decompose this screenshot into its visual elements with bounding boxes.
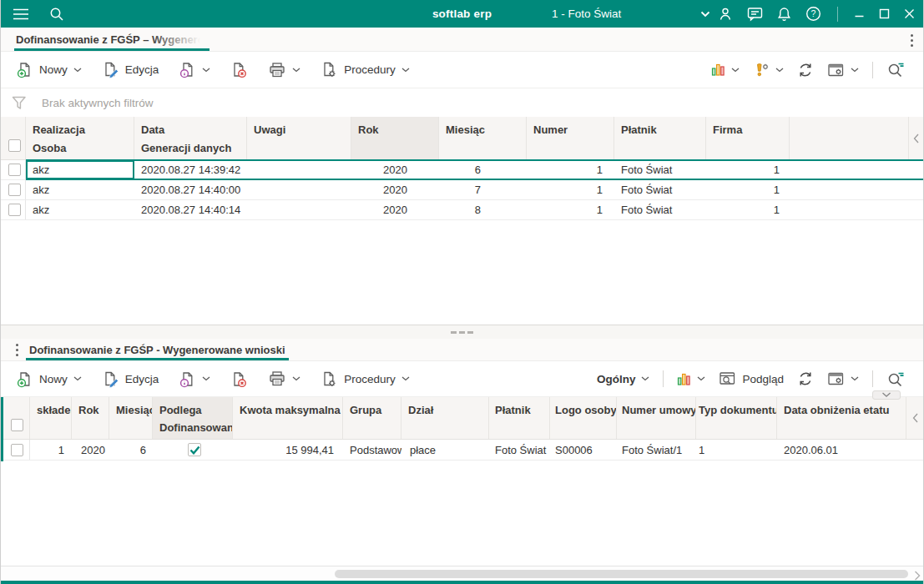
cell-uwagi[interactable] <box>247 200 351 219</box>
cell-uwagi[interactable] <box>247 180 351 199</box>
global-search-button[interactable] <box>48 5 66 23</box>
panel1-new-button[interactable]: Nowy <box>9 57 88 83</box>
panel1-overflow-menu-button[interactable] <box>906 31 918 49</box>
cell-logo-osoby[interactable]: S00006 <box>550 440 617 460</box>
panel1-refresh-button[interactable] <box>790 58 820 83</box>
panel1-delete-button[interactable] <box>224 57 255 83</box>
funnel-icon[interactable] <box>11 95 28 111</box>
panel1-chart-button[interactable] <box>704 58 746 81</box>
grid2-collapse-left-control[interactable] <box>906 397 923 439</box>
panel2-edit-button[interactable]: Edycja <box>95 366 166 392</box>
close-button[interactable] <box>902 7 916 21</box>
header-cell-platnik[interactable]: Płatnik <box>614 117 706 159</box>
cell-rok[interactable]: 2020 <box>351 180 439 199</box>
table-row[interactable]: akz 2020.08.27 14:40:00 2020 7 1 Foto Św… <box>1 180 923 200</box>
cell-numer[interactable]: 1 <box>527 160 614 179</box>
minimize-button[interactable] <box>852 7 866 21</box>
header-cell-platnik[interactable]: Płatnik <box>489 397 550 439</box>
panel2-chart-button[interactable] <box>670 368 712 390</box>
header-cell-typ-dokumentu[interactable]: Typ dokumentu <box>696 397 777 439</box>
cell-dzial[interactable]: płace <box>401 440 489 460</box>
cell-rok[interactable]: 2020 <box>351 160 439 179</box>
cell-podlega[interactable] <box>153 440 233 460</box>
cell-data-obnizenia[interactable]: 2020.06.01 <box>777 440 906 460</box>
cell-firma[interactable]: 1 <box>706 180 790 199</box>
select-all-checkbox[interactable] <box>11 419 23 431</box>
row-checkbox[interactable] <box>8 204 21 216</box>
panel2-search-button[interactable] <box>880 366 911 392</box>
panel-splitter[interactable] <box>1 325 923 339</box>
panel2-preview-button[interactable]: Podgląd <box>712 367 790 390</box>
header-cell-rok[interactable]: Rok <box>72 397 109 439</box>
panel2-view-selector[interactable]: Ogólny <box>590 369 657 390</box>
podlega-checkbox-checked[interactable] <box>188 443 201 456</box>
cell-typ-dokumentu[interactable]: 1 <box>696 440 777 460</box>
header-cell-miesiac[interactable]: Miesiąc <box>439 117 527 159</box>
cell-numer[interactable]: 1 <box>527 200 614 219</box>
header-cell-numer[interactable]: Numer <box>527 117 614 159</box>
cell-data[interactable]: 2020.08.27 14:40:00 <box>134 180 247 199</box>
scrollbar-thumb[interactable] <box>335 570 908 578</box>
cell-numer[interactable]: 1 <box>527 180 614 199</box>
panel2-delete-button[interactable] <box>224 366 255 392</box>
scroll-right-button[interactable] <box>914 569 921 584</box>
help-button[interactable]: ? <box>804 4 823 23</box>
panel1-tab[interactable]: Dofinansowanie z FGŚP – Wygenerowane <box>14 28 210 51</box>
panel2-refresh-button[interactable] <box>790 366 820 391</box>
cell-data[interactable]: 2020.08.27 14:40:14 <box>134 200 247 219</box>
header-cell-kwota[interactable]: Kwota maksymalna <box>233 397 343 439</box>
row-checkbox[interactable] <box>8 164 21 176</box>
cell-platnik[interactable]: Foto Świat <box>614 160 706 179</box>
header-cell-uwagi[interactable]: Uwagi <box>247 117 351 159</box>
header-cell-rok[interactable]: Rok <box>351 117 439 159</box>
cell-firma[interactable]: 1 <box>706 200 790 219</box>
company-selector[interactable]: 1 - Foto Świat <box>552 8 710 20</box>
header-cell-firma[interactable]: Firma <box>706 117 790 159</box>
row-checkbox[interactable] <box>11 444 23 456</box>
cell-rok[interactable]: 2020 <box>351 200 439 219</box>
panel2-collapse-handle[interactable] <box>872 390 901 400</box>
panel1-alerts-button[interactable] <box>746 58 790 83</box>
table-row[interactable]: akz 2020.08.27 14:40:14 2020 8 1 Foto Św… <box>1 200 923 220</box>
panel2-procedures-button[interactable]: Procedury <box>314 366 417 392</box>
panel1-edit-button[interactable]: Edycja <box>95 57 166 83</box>
header-cell-grupa[interactable]: Grupa <box>343 397 401 439</box>
header-cell-realizacja[interactable]: RealizacjaOsoba <box>26 117 134 159</box>
panel1-procedures-button[interactable]: Procedury <box>314 57 417 83</box>
cell-skladek[interactable]: 1 <box>30 440 72 460</box>
header-cell-numer-umowy[interactable]: Numer umowy <box>617 397 696 439</box>
panel2-print-button[interactable] <box>261 366 307 391</box>
header-cell-logo-osoby[interactable]: Logo osoby <box>550 397 617 439</box>
header-cell-skladek[interactable]: składek <box>30 397 72 439</box>
user-button[interactable] <box>716 5 735 23</box>
header-cell-data-obnizenia[interactable]: Data obniżenia etatu <box>777 397 906 439</box>
panel1-window-settings-button[interactable] <box>820 58 866 82</box>
table-row[interactable]: 1 2020 6 15 994,41 Podstawow płace Foto … <box>1 440 923 461</box>
table-row[interactable]: akz 2020.08.27 14:39:42 2020 6 1 Foto Św… <box>1 160 923 180</box>
maximize-button[interactable] <box>877 7 891 21</box>
hamburger-menu-button[interactable] <box>11 7 31 22</box>
panel1-print-button[interactable] <box>261 58 307 83</box>
cell-firma[interactable]: 1 <box>706 160 790 179</box>
cell-osoba[interactable]: akz <box>26 200 134 219</box>
header-cell-podlega[interactable]: PodlegaDofinansowaniu <box>153 397 233 439</box>
cell-numer-umowy[interactable]: Foto Świat/1 <box>617 440 696 460</box>
cell-miesiac[interactable]: 6 <box>109 440 153 460</box>
row-checkbox[interactable] <box>8 184 21 196</box>
cell-grupa[interactable]: Podstawow <box>343 440 401 460</box>
cell-platnik[interactable]: Foto Świat <box>614 200 706 219</box>
grid1-collapse-left-control[interactable] <box>909 117 923 159</box>
panel2-window-settings-button[interactable] <box>820 367 866 390</box>
header-cell-dzial[interactable]: Dział <box>401 397 489 439</box>
header-cell-miesiac[interactable]: Miesiąc <box>109 397 153 439</box>
cell-platnik[interactable]: Foto Świat <box>614 180 706 199</box>
notifications-button[interactable] <box>775 5 793 23</box>
cell-miesiac[interactable]: 8 <box>439 200 527 219</box>
cell-platnik[interactable]: Foto Świat <box>489 440 550 460</box>
messages-button[interactable] <box>745 5 765 23</box>
cell-osoba[interactable]: akz <box>26 160 134 179</box>
panel1-search-button[interactable] <box>880 57 911 83</box>
horizontal-scrollbar[interactable] <box>1 566 923 581</box>
panel2-overflow-menu-button[interactable] <box>11 340 23 359</box>
header-cell-data[interactable]: DataGeneracji danych <box>134 117 247 159</box>
